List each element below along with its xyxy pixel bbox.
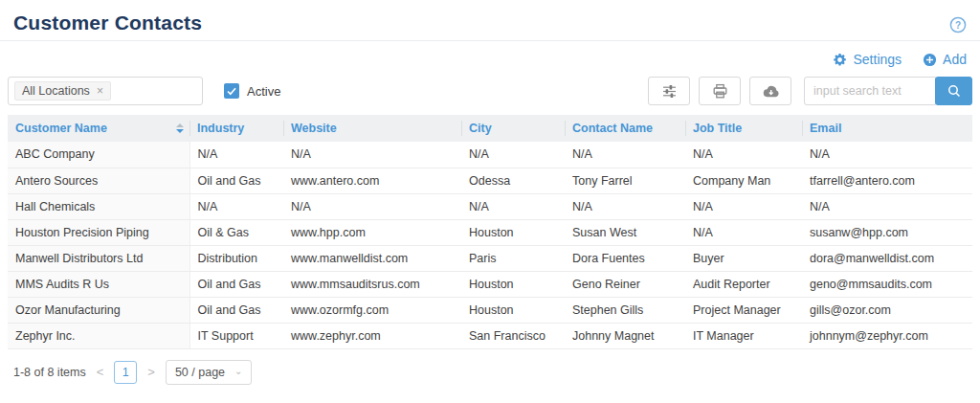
filter-right xyxy=(648,77,972,105)
table-cell: Zephyr Inc. xyxy=(8,323,189,348)
table-cell: N/A xyxy=(461,193,565,219)
location-tag-label: All Locations xyxy=(22,84,90,98)
table-cell: ABC Company xyxy=(8,142,189,168)
column-settings-button[interactable] xyxy=(648,77,690,105)
table-row[interactable]: ABC CompanyN/AN/AN/AN/AN/AN/A xyxy=(8,142,972,168)
search-group xyxy=(804,77,972,105)
column-header-label: Email xyxy=(810,122,841,135)
chevron-down-icon: ⌄ xyxy=(234,367,242,376)
active-filter[interactable]: Active xyxy=(224,83,280,99)
settings-button[interactable]: Settings xyxy=(833,52,902,67)
table-cell: Oil and Gas xyxy=(189,297,283,323)
table-cell: N/A xyxy=(802,193,972,219)
table-cell: www.hpp.com xyxy=(283,219,461,245)
svg-text:?: ? xyxy=(955,20,961,31)
table-cell: Oil and Gas xyxy=(189,168,283,193)
table-row[interactable]: Houston Precision PipingOil & Gaswww.hpp… xyxy=(8,219,972,245)
table-cell: www.antero.com xyxy=(283,168,461,193)
table-row[interactable]: Antero SourcesOil and Gaswww.antero.comO… xyxy=(8,168,972,193)
table-cell: Ozor Manufacturing xyxy=(8,297,189,323)
table-row[interactable]: Hall ChemicalsN/AN/AN/AN/AN/AN/A xyxy=(8,193,972,219)
column-header-email[interactable]: Email xyxy=(802,115,972,142)
active-checkbox-label: Active xyxy=(247,84,280,99)
add-label: Add xyxy=(943,52,967,67)
table-cell: N/A xyxy=(189,142,283,168)
column-header-label: Website xyxy=(291,122,337,135)
table-cell: Project Manager xyxy=(685,297,802,323)
locations-select[interactable]: All Locations × xyxy=(8,77,203,105)
prev-page-button[interactable]: < xyxy=(95,365,106,379)
table-cell: IT Manager xyxy=(685,323,802,348)
search-button[interactable] xyxy=(935,77,972,105)
page-number-1[interactable]: 1 xyxy=(114,361,137,384)
table-cell: johnnym@zephyr.com xyxy=(802,323,972,348)
table-cell: tfarrell@antero.com xyxy=(802,168,972,193)
search-input[interactable] xyxy=(804,77,936,105)
table-cell: Johnny Magnet xyxy=(565,323,685,348)
table-row[interactable]: Manwell Distributors LtdDistributionwww.… xyxy=(8,245,972,271)
items-summary: 1-8 of 8 items xyxy=(13,366,86,379)
magnifier-icon xyxy=(947,83,962,99)
column-header-job-title[interactable]: Job Title xyxy=(685,115,802,142)
table-cell: susanw@hpp.com xyxy=(802,219,972,245)
column-header-industry[interactable]: Industry xyxy=(189,115,283,142)
remove-tag-icon[interactable]: × xyxy=(97,85,103,97)
customer-contacts-page: Customer Contacts ? Settings Add xyxy=(0,0,980,403)
printer-icon xyxy=(712,83,728,100)
table-cell: Company Man xyxy=(685,168,802,193)
table-cell: N/A xyxy=(283,142,461,168)
table-row[interactable]: MMS Audits R UsOil and Gaswww.mmsauditsr… xyxy=(8,271,972,297)
filter-left: All Locations × Active xyxy=(8,77,280,105)
column-header-contact-name[interactable]: Contact Name xyxy=(565,115,685,142)
pagination: 1-8 of 8 items < 1 > 50 / page ⌄ xyxy=(0,349,980,395)
cloud-download-icon xyxy=(762,83,780,100)
table-cell: N/A xyxy=(802,142,972,168)
sliders-icon xyxy=(661,83,678,100)
next-page-button[interactable]: > xyxy=(145,365,157,379)
table-cell: www.ozormfg.com xyxy=(283,297,461,323)
table-cell: Dora Fuentes xyxy=(565,245,685,271)
table-cell: MMS Audits R Us xyxy=(8,271,189,297)
print-button[interactable] xyxy=(699,77,741,105)
table-row[interactable]: Ozor ManufacturingOil and Gaswww.ozormfg… xyxy=(8,297,972,323)
column-header-city[interactable]: City xyxy=(461,115,565,142)
table-cell: Hall Chemicals xyxy=(8,193,189,219)
table-cell: Houston xyxy=(461,271,565,297)
help-button[interactable]: ? xyxy=(949,16,967,34)
table-cell: Houston xyxy=(461,297,565,323)
column-header-label: City xyxy=(469,122,492,135)
table-header-row: Customer NameIndustryWebsiteCityContact … xyxy=(8,115,972,142)
table-cell: www.zephyr.com xyxy=(283,323,461,348)
add-button[interactable]: Add xyxy=(923,52,967,67)
column-header-website[interactable]: Website xyxy=(283,115,461,142)
table-cell: Geno Reiner xyxy=(565,271,685,297)
settings-label: Settings xyxy=(853,52,902,67)
table-cell: www.mmsauditsrus.com xyxy=(283,271,461,297)
column-header-label: Contact Name xyxy=(572,122,653,135)
table-cell: Antero Sources xyxy=(8,168,189,193)
table-cell: Manwell Distributors Ltd xyxy=(8,245,189,271)
table-cell: Houston Precision Piping xyxy=(8,219,189,245)
active-checkbox[interactable] xyxy=(224,83,239,99)
table-cell: Susan West xyxy=(565,219,685,245)
export-button[interactable] xyxy=(749,77,791,105)
table-cell: N/A xyxy=(565,142,685,168)
table-cell: Oil & Gas xyxy=(189,219,283,245)
table-cell: N/A xyxy=(189,193,283,219)
table-cell: Distribution xyxy=(189,245,283,271)
table-cell: N/A xyxy=(685,193,802,219)
table-cell: Oil and Gas xyxy=(189,271,283,297)
page-size-select[interactable]: 50 / page ⌄ xyxy=(166,360,253,385)
page-size-label: 50 / page xyxy=(175,366,225,379)
table-row[interactable]: Zephyr Inc.IT Supportwww.zephyr.comSan F… xyxy=(8,323,972,348)
plus-circle-icon xyxy=(923,53,937,67)
table-cell: San Francisco xyxy=(461,323,565,348)
column-header-label: Industry xyxy=(197,122,244,135)
column-header-customer-name[interactable]: Customer Name xyxy=(8,115,189,142)
table-cell: N/A xyxy=(565,193,685,219)
sort-icon[interactable] xyxy=(176,123,184,133)
table-cell: IT Support xyxy=(189,323,283,348)
table-cell: www.manwelldist.com xyxy=(283,245,461,271)
gear-icon xyxy=(833,53,847,67)
page-title: Customer Contacts xyxy=(13,11,202,34)
